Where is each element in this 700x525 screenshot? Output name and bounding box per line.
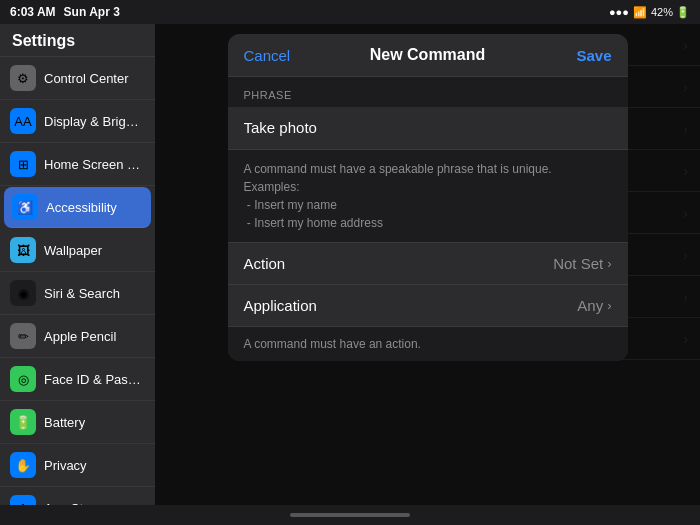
sidebar-label-display-brightness: Display & Brightness (44, 114, 145, 129)
app-store-icon: A (10, 495, 36, 505)
action-label: Action (244, 255, 286, 272)
sidebar-label-battery: Battery (44, 415, 85, 430)
status-right: ●●● 📶 42% 🔋 (609, 6, 690, 19)
sidebar-item-app-store[interactable]: AApp Store (0, 487, 155, 505)
control-center-icon: ⚙ (10, 65, 36, 91)
application-value: Any (577, 297, 603, 314)
home-screen-icon: ⊞ (10, 151, 36, 177)
action-hint-text: A command must have an action. (244, 337, 612, 351)
modal-body: PHRASE A command must have a speakable p… (228, 77, 628, 361)
sidebar-item-home-screen[interactable]: ⊞Home Screen & Dock (0, 143, 155, 186)
phrase-field[interactable] (228, 107, 628, 150)
status-left: 6:03 AM Sun Apr 3 (10, 5, 120, 19)
sidebar-item-face-id[interactable]: ◎Face ID & Passcode (0, 358, 155, 401)
sidebar-title: Settings (0, 24, 155, 57)
sidebar-label-app-store: App Store (44, 501, 102, 506)
home-bar (290, 513, 410, 517)
cancel-button[interactable]: Cancel (244, 47, 294, 64)
sidebar: Settings ⚙Control CenterAADisplay & Brig… (0, 24, 155, 505)
face-id-icon: ◎ (10, 366, 36, 392)
modal-title: New Command (294, 46, 562, 64)
wifi-icon: 📶 (633, 6, 647, 19)
status-bar: 6:03 AM Sun Apr 3 ●●● 📶 42% 🔋 (0, 0, 700, 24)
sidebar-label-wallpaper: Wallpaper (44, 243, 102, 258)
display-brightness-icon: AA (10, 108, 36, 134)
sidebar-label-apple-pencil: Apple Pencil (44, 329, 116, 344)
application-chevron-icon: › (607, 298, 611, 313)
new-command-modal: Cancel New Command Save PHRASE A command… (228, 34, 628, 361)
sidebar-item-control-center[interactable]: ⚙Control Center (0, 57, 155, 100)
sidebar-item-apple-pencil[interactable]: ✏Apple Pencil (0, 315, 155, 358)
signal-icon: ●●● (609, 6, 629, 18)
main-layout: Settings ⚙Control CenterAADisplay & Brig… (0, 24, 700, 505)
sidebar-label-accessibility: Accessibility (46, 200, 117, 215)
phrase-hint-box: A command must have a speakable phrase t… (228, 150, 628, 243)
save-button[interactable]: Save (562, 47, 612, 64)
sidebar-label-control-center: Control Center (44, 71, 129, 86)
sidebar-item-privacy[interactable]: ✋Privacy (0, 444, 155, 487)
sidebar-item-accessibility[interactable]: ♿Accessibility (4, 187, 151, 228)
modal-header: Cancel New Command Save (228, 34, 628, 77)
sidebar-label-privacy: Privacy (44, 458, 87, 473)
sidebar-item-display-brightness[interactable]: AADisplay & Brightness (0, 100, 155, 143)
sidebar-item-wallpaper[interactable]: 🖼Wallpaper (0, 229, 155, 272)
phrase-hint: A command must have a speakable phrase t… (244, 160, 612, 232)
wallpaper-icon: 🖼 (10, 237, 36, 263)
apple-pencil-icon: ✏ (10, 323, 36, 349)
application-label: Application (244, 297, 317, 314)
battery-icon: 42% 🔋 (651, 6, 690, 19)
action-hint-box: A command must have an action. (228, 327, 628, 361)
battery-icon: 🔋 (10, 409, 36, 435)
application-row[interactable]: Application Any › (228, 285, 628, 327)
sidebar-item-battery[interactable]: 🔋Battery (0, 401, 155, 444)
time: 6:03 AM (10, 5, 56, 19)
accessibility-icon: ♿ (12, 194, 38, 220)
content-area: › › › › › › › › Cancel New Command Save … (155, 24, 700, 505)
siri-search-icon: ◉ (10, 280, 36, 306)
sidebar-label-siri-search: Siri & Search (44, 286, 120, 301)
privacy-icon: ✋ (10, 452, 36, 478)
phrase-input[interactable] (244, 119, 612, 136)
phrase-section-label: PHRASE (228, 77, 628, 107)
modal-overlay: Cancel New Command Save PHRASE A command… (155, 24, 700, 505)
action-value-container: Not Set › (553, 255, 611, 272)
action-value: Not Set (553, 255, 603, 272)
action-row[interactable]: Action Not Set › (228, 243, 628, 285)
home-indicator (0, 505, 700, 525)
sidebar-label-face-id: Face ID & Passcode (44, 372, 145, 387)
sidebar-item-siri-search[interactable]: ◉Siri & Search (0, 272, 155, 315)
application-value-container: Any › (577, 297, 611, 314)
sidebar-label-home-screen: Home Screen & Dock (44, 157, 145, 172)
date: Sun Apr 3 (64, 5, 120, 19)
action-chevron-icon: › (607, 256, 611, 271)
